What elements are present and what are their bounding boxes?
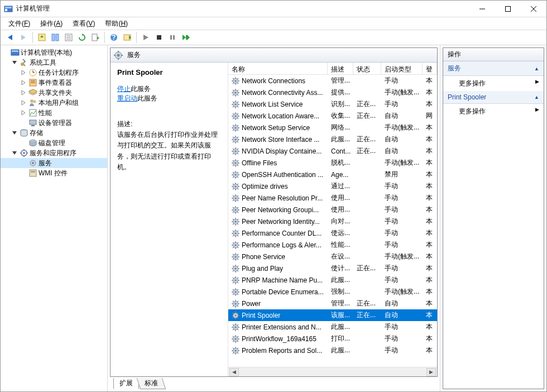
service-logon: 本: [423, 228, 436, 238]
restart-button[interactable]: [180, 31, 192, 44]
back-button[interactable]: [4, 31, 16, 44]
menu-file[interactable]: 文件(F): [4, 18, 35, 30]
tree-node[interactable]: 存储: [1, 128, 107, 138]
service-row[interactable]: Performance Counter DL...使远...手动本: [228, 227, 437, 239]
expand-icon[interactable]: [12, 60, 20, 65]
service-row[interactable]: PrintWorkflow_169a4165打印...手动本: [228, 333, 437, 345]
service-row[interactable]: Offline Files脱机...手动(触发...本: [228, 157, 437, 169]
services-list[interactable]: Network Connections管理...手动本Network Conne…: [228, 75, 437, 367]
scroll-left-icon[interactable]: ◀: [229, 368, 239, 376]
horizontal-scrollbar[interactable]: ◀ ▶: [228, 367, 437, 376]
tree-node[interactable]: 事件查看器: [1, 78, 107, 88]
service-name: NVIDIA Display Containe...: [242, 147, 322, 155]
service-row[interactable]: NVIDIA Display Containe...Cont...正在...自动…: [228, 145, 437, 157]
export-button[interactable]: [89, 31, 102, 44]
minimize-button[interactable]: [469, 1, 495, 17]
service-row[interactable]: Peer Networking Groupi...使用...手动本: [228, 204, 437, 216]
stop-button[interactable]: [153, 31, 165, 44]
service-row[interactable]: Print Spooler该服...正在...自动本: [228, 309, 437, 321]
svg-marker-44: [22, 101, 25, 105]
service-row[interactable]: Peer Networking Identity...向对...手动本: [228, 216, 437, 227]
tree-node[interactable]: 本地用户和组: [1, 98, 107, 108]
expand-icon[interactable]: [21, 110, 28, 116]
svg-line-139: [237, 149, 238, 150]
svg-point-72: [234, 80, 237, 82]
svg-line-259: [237, 289, 238, 290]
svg-line-250: [233, 282, 234, 283]
service-row[interactable]: Network Connectivity Ass...提供...手动(触发...…: [228, 87, 437, 98]
expand-icon[interactable]: [21, 70, 28, 75]
restart-service-link[interactable]: 重启动: [117, 94, 137, 102]
column-status[interactable]: 状态: [353, 63, 381, 75]
column-start[interactable]: 启动类型: [381, 63, 423, 75]
service-row[interactable]: Phone Service在设...手动(触发...本: [228, 251, 437, 262]
expand-icon[interactable]: [21, 90, 28, 95]
service-row[interactable]: Network Location Aware...收集...正在...自动网: [228, 110, 437, 122]
help-button[interactable]: ?: [108, 31, 120, 44]
properties-button[interactable]: [63, 31, 75, 44]
service-row[interactable]: Plug and Play使计...正在...手动本: [228, 262, 437, 274]
actions-group-services[interactable]: 服务 ▲: [443, 61, 544, 76]
menu-help[interactable]: 帮助(H): [100, 18, 132, 30]
refresh-button[interactable]: [76, 31, 88, 44]
service-row[interactable]: Network Store Interface ...此服...正在...自动本: [228, 133, 437, 145]
gear-icon: [232, 300, 239, 308]
expand-icon[interactable]: [21, 80, 28, 85]
tab-extended[interactable]: 扩展: [113, 378, 139, 389]
svg-line-287: [233, 324, 234, 326]
tree-node[interactable]: WMI 控件: [1, 168, 107, 178]
service-start: 手动(触发...: [381, 123, 423, 132]
tree-node[interactable]: 任务计划程序: [1, 68, 107, 78]
tree-node[interactable]: 服务和应用程序: [1, 148, 107, 158]
service-row[interactable]: Network Setup Service网络...手动(触发...本: [228, 122, 437, 133]
service-row[interactable]: Portable Device Enumera...强制...手动(触发...本: [228, 286, 437, 298]
tree-label: 性能: [39, 108, 52, 118]
tree-node[interactable]: 磁盘管理: [1, 138, 107, 148]
service-row[interactable]: Problem Reports and Sol...此服...手动本: [228, 345, 437, 356]
service-row[interactable]: Network List Service识别...正在...手动本: [228, 98, 437, 110]
expand-icon[interactable]: [21, 100, 28, 106]
service-row[interactable]: Optimize drives通过...手动本: [228, 180, 437, 192]
expand-icon[interactable]: [12, 130, 20, 136]
column-name[interactable]: 名称: [228, 63, 328, 75]
scroll-right-icon[interactable]: ▶: [426, 368, 436, 376]
up-button[interactable]: [36, 31, 48, 44]
maximize-button[interactable]: [495, 1, 521, 17]
expand-icon[interactable]: [12, 150, 20, 156]
tree-node[interactable]: 计算机管理(本地): [1, 47, 107, 58]
svg-line-288: [237, 329, 238, 330]
column-desc[interactable]: 描述: [328, 63, 353, 75]
play-button[interactable]: [140, 31, 152, 44]
menu-view[interactable]: 查看(V): [68, 18, 99, 30]
pause-button[interactable]: [166, 31, 179, 44]
service-row[interactable]: Printer Extensions and N...此服...手动本: [228, 321, 437, 333]
tab-standard[interactable]: 标准: [137, 378, 166, 389]
tree-node[interactable]: 服务: [1, 158, 107, 168]
actions-more-services[interactable]: 更多操作 ▶: [443, 76, 544, 91]
svg-line-120: [233, 130, 234, 131]
service-status: 正在...: [353, 264, 381, 273]
tree-node[interactable]: 共享文件夹: [1, 88, 107, 98]
service-row[interactable]: OpenSSH Authentication ...Age...禁用本: [228, 169, 437, 180]
service-row[interactable]: Performance Logs & Aler...性能...手动本: [228, 239, 437, 251]
service-row[interactable]: Power管理...正在...自动本: [228, 298, 437, 309]
forward-button[interactable]: [17, 31, 30, 44]
tree-node[interactable]: 设备管理器: [1, 118, 107, 128]
stop-service-link[interactable]: 停止: [117, 85, 131, 93]
tree-node[interactable]: 系统工具: [1, 58, 107, 68]
service-row[interactable]: Peer Name Resolution Pr...使用...手动本: [228, 192, 437, 204]
service-row[interactable]: Network Connections管理...手动本: [228, 75, 437, 87]
service-row[interactable]: PNRP Machine Name Pu...此服...手动本: [228, 274, 437, 286]
gear-icon: [232, 347, 239, 355]
column-logon[interactable]: 登: [423, 63, 437, 75]
svg-rect-48: [30, 109, 36, 116]
tree-node[interactable]: 性能: [1, 108, 107, 118]
description-label: 描述:: [117, 119, 221, 130]
filter-button[interactable]: [121, 31, 133, 44]
actions-group-printspooler[interactable]: Print Spooler ▲: [443, 91, 544, 104]
menu-action[interactable]: 操作(A): [36, 18, 67, 30]
tree-panel[interactable]: 计算机管理(本地)系统工具任务计划程序事件查看器共享文件夹本地用户和组性能设备管…: [1, 45, 108, 391]
close-button[interactable]: [521, 1, 546, 17]
show-hide-button[interactable]: [49, 31, 61, 44]
actions-more-printspooler[interactable]: 更多操作 ▶: [443, 104, 544, 119]
